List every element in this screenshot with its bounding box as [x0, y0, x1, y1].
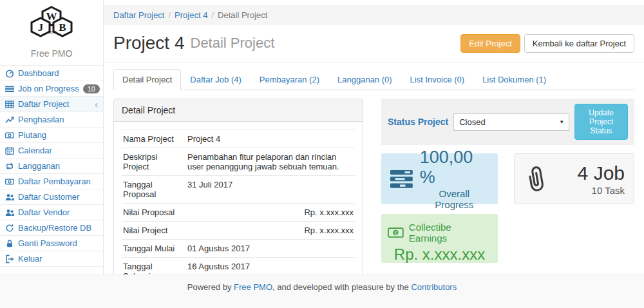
status-project-label: Status Project [388, 117, 448, 127]
progress-value: 100,00 % [420, 148, 489, 188]
logo-letter-b: B [59, 21, 66, 34]
sidebar-item-job-on-progress[interactable]: Job on Progress 10 [0, 81, 103, 96]
table-row: Deskripsi Project Penambahan fitur pelap… [122, 148, 355, 176]
jobs-value: 4 Job [578, 162, 625, 184]
chevron-left-icon: ‹ [95, 100, 98, 109]
jwb-logo-icon: W J B .com [22, 5, 81, 45]
overall-progress-card: 100,00 % Overall Progress [381, 153, 498, 204]
breadcrumb-link-daftar-project[interactable]: Daftar Project [113, 10, 164, 20]
money-icon [5, 177, 14, 186]
footer: Powered by Free PMO, and developed with … [0, 274, 644, 308]
svg-text:$: $ [394, 230, 397, 236]
tab-detail-project[interactable]: Detail Project [113, 69, 181, 90]
collectible-earnings-card: $ Collectibe Earnings Rp. x.xxx.xxx [381, 214, 498, 263]
table-row: Nilai Project Rp. x.xxx.xxx [122, 222, 355, 240]
update-project-status-button[interactable]: Update Project Status [574, 104, 628, 140]
status-project-bar: Status Project Closed ▼ Update Project S… [381, 99, 634, 145]
app-logo: W J B .com Free PMO [0, 0, 103, 65]
tab-list-dokumen[interactable]: List Dokumen (1) [473, 69, 555, 90]
breadcrumb: Daftar Project/Project 4/Detail Project [104, 5, 644, 25]
sidebar-item-daftar-project[interactable]: Daftar Project ‹ [0, 96, 103, 111]
sidebar-item-calendar[interactable]: Calendar [0, 142, 103, 158]
progress-caption: Overall Progress [420, 188, 489, 210]
footer-link-free-pmo[interactable]: Free PMO [234, 282, 272, 292]
jobs-card: 4 Job 10 Task [514, 153, 634, 204]
tab-pembayaran[interactable]: Pembayaran (2) [251, 69, 328, 90]
sidebar: W J B .com Free PMO Dashboard Job on Pro… [0, 0, 104, 274]
panel-title: Detail Project [114, 99, 363, 122]
brand-name: Free PMO [0, 48, 103, 59]
chart-line-icon [5, 115, 14, 124]
earnings-value: Rp. x.xxx.xxx [388, 245, 491, 264]
table-icon [5, 100, 14, 109]
job-count-badge: 10 [83, 84, 100, 93]
lock-icon [5, 239, 14, 248]
sidebar-item-daftar-customer[interactable]: Daftar Customer [0, 189, 103, 204]
paperclip-icon [521, 162, 549, 197]
footer-link-contributors[interactable]: Contributors [411, 282, 457, 292]
users-icon [5, 193, 14, 202]
sign-out-icon [5, 255, 14, 264]
table-row: Nilai Proposal Rp. x.xxx.xxx [122, 204, 355, 222]
money-icon [5, 131, 14, 140]
tasks-value: 10 Task [578, 185, 625, 196]
logo-suffix: .com [46, 30, 56, 34]
back-to-list-button[interactable]: Kembali ke daftar Project [524, 34, 634, 53]
earnings-caption: Collectibe Earnings [409, 222, 491, 244]
page-subtitle: Detail Project [191, 35, 275, 52]
sidebar-item-langganan[interactable]: Langganan [0, 158, 103, 173]
sidebar-item-ganti-password[interactable]: Ganti Password [0, 235, 103, 251]
money-icon: $ [388, 227, 404, 238]
tab-daftar-job[interactable]: Daftar Job (4) [181, 69, 250, 90]
sidebar-item-keluar[interactable]: Keluar [0, 251, 103, 267]
page-header: Project 4 Detail Project Edit Project Ke… [104, 25, 644, 63]
retweet-icon [5, 162, 14, 171]
list-icon [5, 84, 14, 93]
sidebar-item-penghasilan[interactable]: Penghasilan [0, 111, 103, 127]
table-row: Nama Project Project 4 [122, 130, 355, 148]
dashboard-icon [5, 69, 14, 78]
sidebar-item-piutang[interactable]: Piutang [0, 127, 103, 142]
status-project-select[interactable]: Closed [453, 113, 569, 131]
logo-letter-w: W [46, 10, 57, 23]
breadcrumb-link-project-4[interactable]: Project 4 [175, 10, 207, 20]
tasks-icon [390, 169, 413, 189]
sidebar-item-daftar-pembayaran[interactable]: Daftar Pembayaran [0, 173, 103, 189]
table-row: Tanggal Mulai 01 Agustus 2017 [122, 240, 355, 258]
table-row: Tanggal Proposal 31 Juli 2017 [122, 176, 355, 204]
edit-project-button[interactable]: Edit Project [460, 34, 520, 53]
tab-list-invoice[interactable]: List Invoice (0) [401, 69, 474, 90]
logo-letter-j: J [38, 21, 44, 34]
tab-langganan[interactable]: Langganan (0) [328, 69, 401, 90]
page-title: Project 4 [113, 33, 185, 53]
sidebar-item-daftar-vendor[interactable]: Daftar Vendor [0, 204, 103, 220]
main-content: Daftar Project/Project 4/Detail Project … [104, 5, 644, 308]
tab-bar: Detail Project Daftar Job (4) Pembayaran… [113, 69, 634, 90]
sidebar-menu: Dashboard Job on Progress 10 Daftar Proj… [0, 65, 103, 267]
refresh-icon [5, 224, 14, 233]
sidebar-item-dashboard[interactable]: Dashboard [0, 65, 103, 81]
calendar-icon [5, 146, 14, 155]
breadcrumb-current: Detail Project [218, 10, 267, 20]
sidebar-item-backup-restore[interactable]: Backup/Restore DB [0, 220, 103, 235]
users-icon [5, 208, 14, 217]
